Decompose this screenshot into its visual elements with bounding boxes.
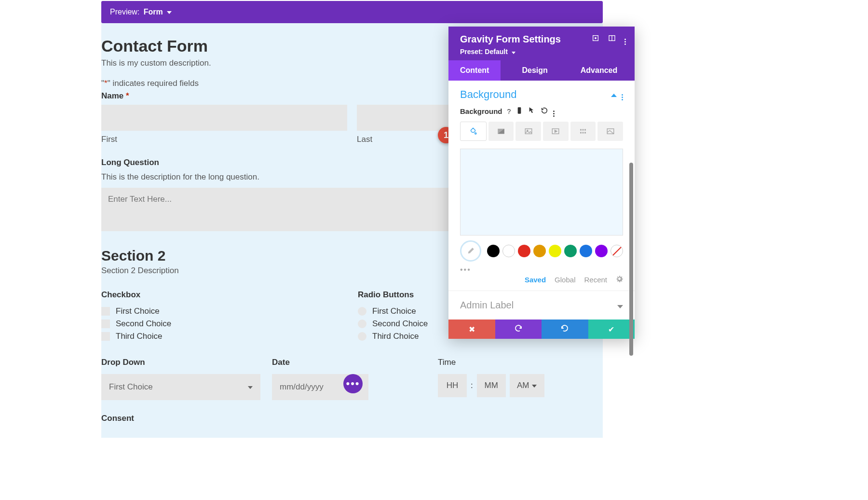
checkbox-icon <box>101 332 110 341</box>
module-actions-button[interactable]: ••• <box>343 374 363 393</box>
preview-label: Preview: <box>110 8 139 16</box>
swatch-none[interactable] <box>610 245 623 257</box>
svg-rect-12 <box>580 132 582 134</box>
first-name-input[interactable] <box>101 105 347 131</box>
time-label: Time <box>438 358 544 367</box>
hover-icon[interactable] <box>528 107 536 116</box>
gear-icon[interactable] <box>616 275 623 284</box>
chevron-down-icon <box>248 382 253 392</box>
palette-tab-global[interactable]: Global <box>555 276 575 284</box>
caret-down-icon <box>167 8 172 16</box>
preset-selector[interactable]: Preset: Default <box>460 48 626 56</box>
svg-rect-11 <box>584 129 586 131</box>
field-more-icon[interactable] <box>553 106 555 117</box>
background-type-tabs <box>448 122 635 141</box>
checkbox-group-label: Checkbox <box>101 290 346 300</box>
chevron-up-icon[interactable] <box>611 91 617 98</box>
consent-label: Consent <box>101 414 603 423</box>
swatch-yellow[interactable] <box>549 245 561 257</box>
preview-value: Form <box>144 8 163 16</box>
bg-type-video[interactable] <box>543 122 569 141</box>
redo-button[interactable] <box>542 319 588 339</box>
checkbox-icon <box>101 319 110 328</box>
panel-tabs: Content Design Advanced <box>448 60 635 81</box>
panel-title: Gravity Form Settings <box>460 34 561 45</box>
radio-icon <box>358 332 366 341</box>
svg-point-1 <box>595 38 597 39</box>
expand-icon[interactable] <box>592 34 599 44</box>
color-preview[interactable] <box>460 149 623 236</box>
tab-content[interactable]: Content <box>448 60 501 81</box>
bg-type-gradient[interactable] <box>488 122 514 141</box>
swatch-white[interactable] <box>502 245 515 257</box>
dropdown-value: First Choice <box>109 382 153 392</box>
section-more-icon[interactable] <box>622 89 623 100</box>
redo-icon <box>560 324 569 334</box>
bg-type-pattern[interactable] <box>570 122 596 141</box>
radio-icon <box>358 319 366 328</box>
ellipsis-icon: ••• <box>346 377 360 390</box>
time-ampm-select[interactable]: AM <box>510 374 544 397</box>
settings-panel: Gravity Form Settings Preset: Default Co… <box>448 27 635 339</box>
panel-footer: ✖ ✔ <box>448 319 635 339</box>
svg-rect-10 <box>583 129 584 131</box>
reset-icon[interactable] <box>541 107 548 116</box>
svg-rect-9 <box>580 129 582 131</box>
time-hh-input[interactable]: HH <box>438 374 467 397</box>
save-button[interactable]: ✔ <box>588 319 635 339</box>
swatch-purple[interactable] <box>595 245 608 257</box>
help-icon[interactable]: ? <box>507 108 511 115</box>
caret-down-icon <box>512 50 515 55</box>
panel-header: Gravity Form Settings Preset: Default <box>448 27 635 60</box>
checkbox-choice[interactable]: Second Choice <box>101 319 346 329</box>
date-placeholder: mm/dd/yyyy <box>280 382 324 392</box>
palette-tab-recent[interactable]: Recent <box>584 276 607 284</box>
scrollbar[interactable] <box>629 163 633 356</box>
chevron-down-icon <box>532 381 537 390</box>
date-label: Date <box>272 358 368 367</box>
snap-icon[interactable] <box>608 34 616 44</box>
radio-icon <box>358 307 366 316</box>
admin-label-section[interactable]: Admin Label <box>448 291 635 319</box>
svg-rect-13 <box>583 132 584 134</box>
svg-rect-4 <box>518 107 521 113</box>
bg-type-mask[interactable] <box>597 122 623 141</box>
undo-icon <box>514 324 523 334</box>
tab-advanced[interactable]: Advanced <box>569 60 629 81</box>
color-swatches <box>448 240 635 262</box>
time-separator: : <box>471 381 473 390</box>
checkbox-choice[interactable]: Third Choice <box>101 332 346 341</box>
preview-bar[interactable]: Preview: Form <box>101 1 603 23</box>
swatch-teal[interactable] <box>564 245 577 257</box>
panel-body: Background Background ? <box>448 81 635 291</box>
check-icon: ✔ <box>608 325 614 334</box>
chevron-down-icon <box>617 300 623 311</box>
bg-type-color[interactable] <box>460 122 487 141</box>
checkbox-choice[interactable]: First Choice <box>101 306 346 316</box>
swatch-black[interactable] <box>487 245 500 257</box>
swatch-orange[interactable] <box>533 245 546 257</box>
tab-design[interactable]: Design <box>510 60 559 81</box>
bg-type-image[interactable] <box>515 122 541 141</box>
palette-tabs: Saved Global Recent <box>448 275 635 291</box>
background-label: Background <box>460 107 502 115</box>
svg-rect-14 <box>584 132 586 134</box>
swatch-red[interactable] <box>518 245 530 257</box>
svg-rect-6 <box>525 129 532 134</box>
dropdown-field[interactable]: First Choice <box>101 374 260 400</box>
dropdown-label: Drop Down <box>101 358 260 367</box>
palette-tab-saved[interactable]: Saved <box>525 276 546 284</box>
first-sublabel: First <box>101 135 347 144</box>
close-icon: ✖ <box>469 325 475 334</box>
time-mm-input[interactable]: MM <box>477 374 506 397</box>
cancel-button[interactable]: ✖ <box>448 319 495 339</box>
undo-button[interactable] <box>495 319 542 339</box>
more-icon[interactable] <box>624 33 626 45</box>
checkbox-icon <box>101 307 110 316</box>
phone-icon[interactable] <box>515 107 523 116</box>
eyedropper-button[interactable] <box>460 240 481 262</box>
section-background-title[interactable]: Background <box>460 88 516 101</box>
swatch-blue[interactable] <box>580 245 592 257</box>
more-swatches-icon[interactable]: ••• <box>448 262 635 275</box>
